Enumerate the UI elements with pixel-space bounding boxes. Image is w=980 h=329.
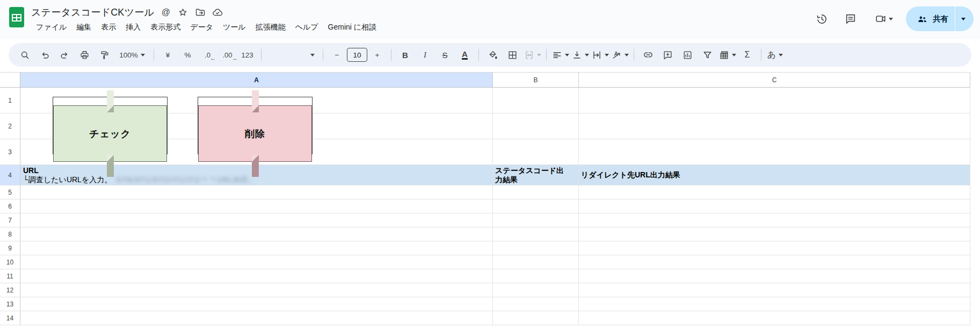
cell-A12[interactable] bbox=[20, 283, 493, 297]
document-title[interactable]: ステータスコードCKツール bbox=[31, 6, 154, 19]
check-macro-button[interactable]: チェック bbox=[53, 97, 168, 154]
column-header-A[interactable]: A bbox=[20, 73, 493, 88]
row-header-7[interactable]: 7 bbox=[0, 213, 20, 227]
row-header-12[interactable]: 12 bbox=[0, 283, 20, 297]
cloud-saved-icon[interactable] bbox=[212, 7, 223, 18]
row-header-9[interactable]: 9 bbox=[0, 241, 20, 255]
star-icon[interactable] bbox=[178, 7, 188, 18]
comments-button[interactable] bbox=[839, 8, 862, 30]
cell-B3[interactable] bbox=[493, 139, 579, 165]
cell-B1[interactable] bbox=[493, 88, 579, 113]
undo-button[interactable] bbox=[35, 46, 55, 63]
cell-A11[interactable] bbox=[20, 269, 493, 283]
fill-color-button[interactable] bbox=[483, 46, 503, 63]
at-mention-icon[interactable]: @ bbox=[161, 7, 171, 18]
cell-A7[interactable] bbox=[20, 213, 493, 227]
print-button[interactable] bbox=[75, 46, 95, 63]
column-header-B[interactable]: B bbox=[493, 73, 579, 88]
borders-button[interactable] bbox=[503, 46, 522, 63]
cell-C9[interactable] bbox=[579, 241, 970, 255]
redo-button[interactable] bbox=[55, 46, 75, 63]
cell-C10[interactable] bbox=[579, 255, 970, 269]
cell-C5[interactable] bbox=[579, 185, 970, 199]
row-header-3[interactable]: 3 bbox=[0, 139, 20, 165]
more-formats-button[interactable]: 123 bbox=[237, 46, 257, 63]
cell-C1[interactable] bbox=[579, 88, 970, 113]
increase-font-size-button[interactable]: + bbox=[367, 46, 387, 63]
menu-item-9[interactable]: Gemini に相談 bbox=[323, 21, 382, 34]
cell-B6[interactable] bbox=[493, 199, 579, 213]
cell-B4[interactable]: ステータスコード出力結果 bbox=[493, 165, 579, 185]
cell-A5[interactable] bbox=[20, 185, 493, 199]
row-header-11[interactable]: 11 bbox=[0, 269, 20, 283]
cell-B7[interactable] bbox=[493, 213, 579, 227]
cell-C7[interactable] bbox=[579, 213, 970, 227]
format-percent-button[interactable]: % bbox=[178, 46, 198, 63]
search-menus-button[interactable] bbox=[15, 46, 35, 63]
format-currency-button[interactable]: ¥ bbox=[158, 46, 178, 63]
vertical-align-button[interactable] bbox=[570, 46, 590, 63]
text-rotation-button[interactable] bbox=[610, 46, 630, 63]
menu-item-8[interactable]: ヘルプ bbox=[291, 21, 323, 34]
row-header-5[interactable]: 5 bbox=[0, 185, 20, 199]
row-header-14[interactable]: 14 bbox=[0, 311, 20, 325]
cell-C2[interactable] bbox=[579, 113, 970, 139]
cell-A14[interactable] bbox=[20, 311, 493, 325]
decrease-decimal-button[interactable]: .0← bbox=[198, 46, 217, 63]
cell-B5[interactable] bbox=[493, 185, 579, 199]
cell-B11[interactable] bbox=[493, 269, 579, 283]
menu-item-3[interactable]: 挿入 bbox=[121, 21, 146, 34]
move-folder-icon[interactable] bbox=[195, 7, 206, 18]
bold-button[interactable]: B bbox=[395, 46, 415, 63]
cell-A13[interactable] bbox=[20, 297, 493, 311]
functions-button[interactable]: Σ bbox=[737, 46, 757, 63]
cell-B8[interactable] bbox=[493, 227, 579, 241]
cell-A8[interactable] bbox=[20, 227, 493, 241]
row-header-6[interactable]: 6 bbox=[0, 199, 20, 213]
menu-item-6[interactable]: ツール bbox=[218, 21, 251, 34]
cell-B2[interactable] bbox=[493, 113, 579, 139]
italic-button[interactable]: I bbox=[415, 46, 435, 63]
cell-C8[interactable] bbox=[579, 227, 970, 241]
menu-item-5[interactable]: データ bbox=[185, 21, 218, 34]
menu-item-7[interactable]: 拡張機能 bbox=[251, 21, 291, 34]
column-header-C[interactable]: C bbox=[579, 73, 970, 88]
font-size-input[interactable]: 10 bbox=[347, 48, 367, 62]
select-all-corner[interactable] bbox=[0, 73, 20, 88]
share-button[interactable]: 共有 bbox=[906, 6, 974, 31]
cell-C6[interactable] bbox=[579, 199, 970, 213]
row-header-2[interactable]: 2 bbox=[0, 113, 20, 139]
paint-format-button[interactable] bbox=[95, 46, 114, 63]
row-header-8[interactable]: 8 bbox=[0, 227, 20, 241]
row-header-1[interactable]: 1 bbox=[0, 88, 20, 113]
meet-video-call-button[interactable] bbox=[868, 8, 899, 30]
sheets-logo-icon[interactable] bbox=[9, 6, 25, 28]
cell-C3[interactable] bbox=[579, 139, 970, 165]
horizontal-align-button[interactable] bbox=[550, 46, 570, 63]
cell-B9[interactable] bbox=[493, 241, 579, 255]
cell-C13[interactable] bbox=[579, 297, 970, 311]
version-history-button[interactable] bbox=[810, 8, 833, 30]
menu-item-4[interactable]: 表示形式 bbox=[146, 21, 185, 34]
cell-A6[interactable] bbox=[20, 199, 493, 213]
insert-link-button[interactable] bbox=[638, 46, 658, 63]
increase-decimal-button[interactable]: .00→ bbox=[217, 46, 237, 63]
cell-B13[interactable] bbox=[493, 297, 579, 311]
cell-C4[interactable]: リダイレクト先URL出力結果 bbox=[579, 165, 970, 185]
cell-C12[interactable] bbox=[579, 283, 970, 297]
menu-item-1[interactable]: 編集 bbox=[71, 21, 96, 34]
menu-item-2[interactable]: 表示 bbox=[96, 21, 121, 34]
row-header-10[interactable]: 10 bbox=[0, 255, 20, 269]
insert-comment-button[interactable] bbox=[658, 46, 678, 63]
row-header-13[interactable]: 13 bbox=[0, 297, 20, 311]
merge-cells-button[interactable] bbox=[522, 46, 542, 63]
cell-A10[interactable] bbox=[20, 255, 493, 269]
input-tools-button[interactable]: あ bbox=[765, 46, 785, 63]
cell-B14[interactable] bbox=[493, 311, 579, 325]
cell-C14[interactable] bbox=[579, 311, 970, 325]
cell-C11[interactable] bbox=[579, 269, 970, 283]
delete-macro-button[interactable]: 削除 bbox=[198, 97, 313, 154]
menu-item-0[interactable]: ファイル bbox=[31, 21, 71, 34]
cell-A9[interactable] bbox=[20, 241, 493, 255]
strikethrough-button[interactable]: S bbox=[435, 46, 455, 63]
